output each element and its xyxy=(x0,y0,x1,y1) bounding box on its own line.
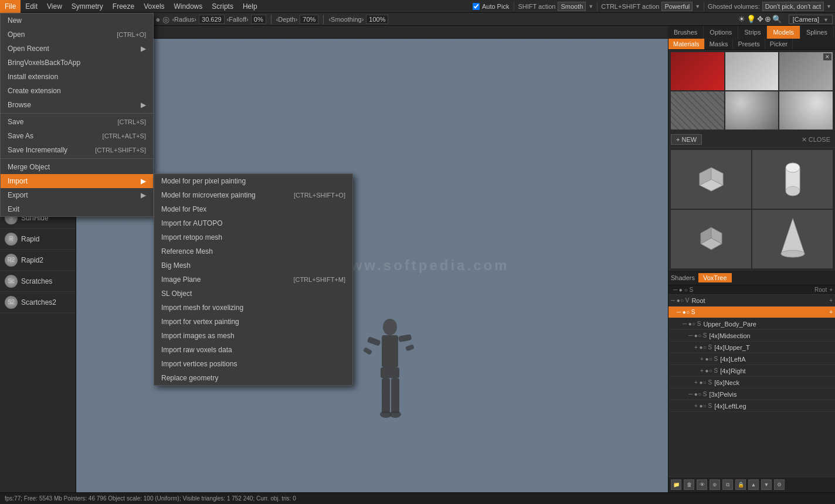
dd-new[interactable]: New xyxy=(1,13,153,28)
smoothing-value[interactable]: 100% xyxy=(366,15,388,24)
menu-symmetry[interactable]: Symmetry xyxy=(67,0,108,13)
sub-vertices-positions[interactable]: Import vertices positions xyxy=(154,357,352,371)
toolbar-icon-2[interactable]: ◎ xyxy=(162,15,169,24)
tool-scartches2[interactable]: S2 Scartches2 xyxy=(0,292,76,313)
dd-save[interactable]: Save [CTRL+S] xyxy=(1,115,153,129)
model-cone[interactable] xyxy=(752,210,833,268)
auto-pick-checkbox[interactable] xyxy=(473,3,480,10)
vt-icon-folder[interactable]: 📁 xyxy=(671,479,681,490)
menu-view[interactable]: View xyxy=(42,0,67,13)
dd-save-incr[interactable]: Save Incrementally [CTRL+SHIFT+S] xyxy=(1,143,153,157)
dd-browse[interactable]: Browse ▶ xyxy=(1,98,153,112)
dd-exit[interactable]: Exit xyxy=(1,202,153,216)
tr-tab-brushes[interactable]: Brushes xyxy=(668,26,704,39)
menu-file[interactable]: File xyxy=(0,0,21,13)
vt-item-root[interactable]: ─ ●○ V Root + xyxy=(668,295,835,307)
vt-icon-eye[interactable]: 👁 xyxy=(697,479,707,490)
material-thumb-4[interactable] xyxy=(671,91,724,130)
dd-merge[interactable]: Merge Object xyxy=(1,160,153,174)
right-tab-materials[interactable]: Materials xyxy=(668,39,705,49)
right-tab-presets[interactable]: Presets xyxy=(733,39,765,49)
vt-item-leftleg[interactable]: + ●○ S [4x]LeftLeg xyxy=(668,400,835,412)
menu-edit[interactable]: Edit xyxy=(21,0,42,13)
ghosted-value[interactable]: Don't pick, don't act xyxy=(762,2,824,11)
vp-icon-plus[interactable]: ⊕ xyxy=(765,15,771,23)
mat-new-btn[interactable]: + NEW xyxy=(671,134,702,145)
sub-big-mesh[interactable]: Big Mesh xyxy=(154,258,352,273)
vt-icon-merge[interactable]: ⊕ xyxy=(710,479,720,490)
vt-item-pelvis[interactable]: ─ ●○ S [3x]Pelvis xyxy=(668,389,835,400)
vt-icon-lock[interactable]: 🔒 xyxy=(735,479,746,490)
sub-import-retopo[interactable]: Import retopo mesh xyxy=(154,230,352,244)
sub-images-mesh[interactable]: Import images as mesh xyxy=(154,329,352,343)
menu-windows[interactable]: Windows xyxy=(169,0,208,13)
model-capsule[interactable] xyxy=(752,150,833,209)
vt-icon-copy[interactable]: ⧉ xyxy=(722,479,733,490)
camera-dropdown[interactable]: [Camera] ▼ xyxy=(789,15,833,24)
model-cube[interactable] xyxy=(671,150,751,209)
vp-icon-move[interactable]: ✥ xyxy=(757,15,763,23)
sub-replace-geometry[interactable]: Replace geometry xyxy=(154,371,352,385)
vt-item-lefta[interactable]: + ●○ S [4x]LeftA xyxy=(668,353,835,365)
mat-close-icon[interactable]: ✕ CLOSE xyxy=(799,135,833,145)
vp-icon-light[interactable]: 💡 xyxy=(746,15,756,23)
vt-row-add[interactable]: + xyxy=(829,297,833,304)
sub-image-plane[interactable]: Image Plane [CTRL+SHIFT+M] xyxy=(154,273,352,287)
vt-icon-up[interactable]: ▲ xyxy=(748,479,759,490)
tr-tab-splines[interactable]: Splines xyxy=(800,26,834,39)
tool-scratches[interactable]: Sc Scratches xyxy=(0,271,76,292)
falloff-value[interactable]: 0% xyxy=(251,15,266,24)
ctrl-shift-dropdown-icon[interactable]: ▼ xyxy=(695,4,700,9)
toolbar-icon-1[interactable]: ● xyxy=(155,15,160,24)
dd-export[interactable]: Export ▶ xyxy=(1,188,153,202)
radius-value[interactable]: 30.629 xyxy=(199,15,225,24)
material-thumb-2[interactable] xyxy=(725,52,779,90)
sub-raw-voxels[interactable]: Import raw voxels data xyxy=(154,343,352,357)
menu-scripts[interactable]: Scripts xyxy=(207,0,238,13)
material-close-btn[interactable]: ✕ xyxy=(823,53,831,60)
dd-open-recent[interactable]: Open Recent ▶ xyxy=(1,42,153,56)
tr-tab-models[interactable]: Models xyxy=(767,26,800,39)
vt-add-btn[interactable]: + xyxy=(829,287,833,293)
dd-create-ext[interactable]: Create extension xyxy=(1,84,153,98)
tool-rapid2[interactable]: R2 Rapid2 xyxy=(0,250,76,271)
vt-item-right[interactable]: + ●○ S [4x]Right xyxy=(668,365,835,377)
shift-dropdown-icon[interactable]: ▼ xyxy=(588,4,593,9)
menu-freeze[interactable]: Freeze xyxy=(108,0,139,13)
dd-bring-voxels[interactable]: BringVoxelsBackToApp xyxy=(1,56,153,70)
material-thumb-5[interactable] xyxy=(725,91,779,130)
model-bevel-cube[interactable] xyxy=(671,210,751,268)
vt-item-upper-t[interactable]: + ●○ S [4x]Upper_T xyxy=(668,342,835,353)
material-thumb-6[interactable] xyxy=(779,91,833,130)
tr-tab-options[interactable]: Options xyxy=(704,26,738,39)
ghosted-dropdown-icon[interactable]: ▼ xyxy=(826,4,831,9)
dd-open[interactable]: Open [CTRL+O] xyxy=(1,28,153,42)
dd-save-as[interactable]: Save As [CTRL+ALT+S] xyxy=(1,129,153,143)
dd-install-ext[interactable]: Install extension xyxy=(1,70,153,84)
right-tab-masks[interactable]: Masks xyxy=(705,39,734,49)
tr-tab-strips[interactable]: Strips xyxy=(738,26,767,39)
right-tab-picker[interactable]: Picker xyxy=(765,39,793,49)
menu-help[interactable]: Help xyxy=(238,0,262,13)
dd-import[interactable]: Import ▶ xyxy=(1,174,153,188)
sub-sl-object[interactable]: SL Object xyxy=(154,287,352,301)
sub-import-autopo[interactable]: Import for AUTOPO xyxy=(154,216,352,230)
sub-model-ptex[interactable]: Model for Ptex xyxy=(154,202,352,216)
sub-model-per-pixel[interactable]: Model for per pixel painting xyxy=(154,174,352,188)
vt-icon-down[interactable]: ▼ xyxy=(761,479,772,490)
vt-icon-settings[interactable]: ⚙ xyxy=(774,479,785,490)
sub-vertex-painting[interactable]: Import for vertex painting xyxy=(154,315,352,329)
vt-icon-trash[interactable]: 🗑 xyxy=(684,479,694,490)
vt-item-mannequin-parent[interactable]: ─ ●○ S Mannequin_Parent + xyxy=(668,307,835,318)
vp-icon-zoom[interactable]: 🔍 xyxy=(772,15,782,23)
material-thumb-3[interactable]: ✕ xyxy=(779,52,833,90)
vt-row-add-2[interactable]: + xyxy=(829,309,833,315)
tool-rapid[interactable]: R Rapid xyxy=(0,229,76,250)
vt-item-midsection[interactable]: ─ ●○ S [4x]Midsection xyxy=(668,330,835,342)
vt-item-upper-body[interactable]: ─ ●○ S Upper_Body_Pare xyxy=(668,318,835,330)
material-thumb-1[interactable] xyxy=(671,52,724,90)
sub-mesh-voxelizing[interactable]: Import mesh for voxelizing xyxy=(154,301,352,315)
depth-value[interactable]: 70% xyxy=(300,15,318,24)
sub-reference-mesh[interactable]: Reference Mesh xyxy=(154,244,352,258)
menu-voxels[interactable]: Voxels xyxy=(139,0,169,13)
